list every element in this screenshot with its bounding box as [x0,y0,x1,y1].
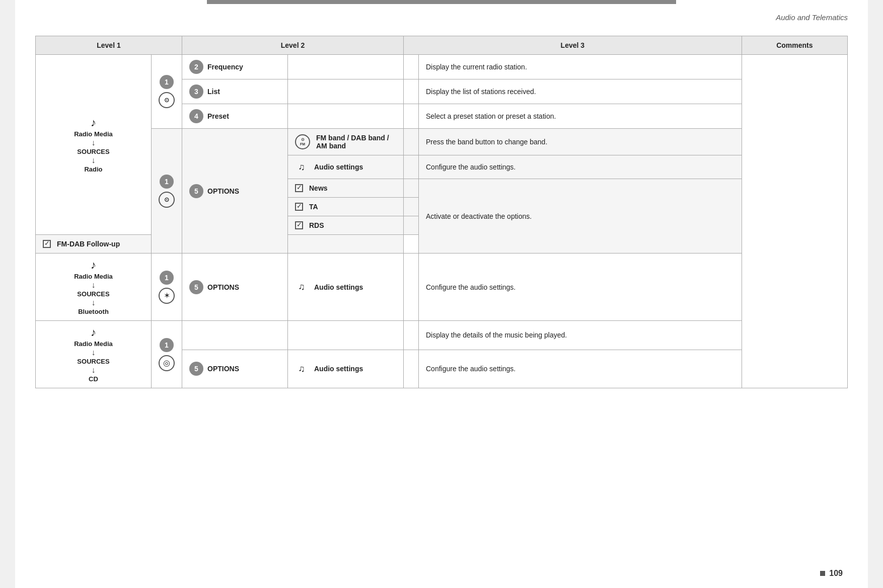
ta-label: TA [309,203,318,211]
col-header-level1: Level 1 [36,36,182,55]
badge-1: 1 [160,75,174,89]
badge-col-options-radio: 1 ⊙ [152,129,182,254]
badge-1-cd: 1 [160,338,174,352]
level3-audio-radio: ♫ Audio settings [288,155,404,179]
arrow-down-bt2: ↓ [92,299,96,307]
comment-list: Display the list of stations received. [419,79,742,104]
options-label: OPTIONS [207,187,239,195]
audio-icon-radio: ♫ [295,160,308,174]
level2-options-cd: 5 OPTIONS [182,350,288,388]
badge-col-cd: 1 ◎ [152,321,182,388]
table-row: ♪ Radio Media ↓ SOURCES ↓ Radio 1 ⊙ [36,55,848,79]
sources-label: SOURCES [77,148,109,155]
fm-icon: ⊙FM [295,134,310,149]
music-note-icon: ♪ [91,116,96,129]
level2-empty-cd [182,321,288,350]
rds-icon-col [404,216,419,235]
radio-circle-icon-2: ⊙ [159,192,175,208]
level1-bluetooth: ♪ Radio Media ↓ SOURCES ↓ Bluetooth [36,254,152,321]
badge-3: 3 [189,85,203,99]
badge-1b: 1 [160,175,174,189]
list-label: List [207,88,220,96]
radio-label: Radio [84,165,102,173]
page-number: 109 [829,569,843,578]
music-note-icon-cd: ♪ [91,326,96,339]
level3-audio-bt: ♫ Audio settings [288,254,404,321]
comment-fmband: Press the band button to change band. [419,129,742,155]
top-bar [207,0,676,4]
sources-label-cd: SOURCES [77,358,109,365]
audio-settings-label-bt: Audio settings [314,283,363,291]
level2-preset: 4 Preset [182,104,288,129]
level3-icon-empty-cd [404,321,419,350]
level3-news: News [288,179,404,198]
cd-icon: ◎ [159,355,175,371]
level3-empty-cd [288,321,404,350]
badge-2: 2 [189,60,203,74]
sources-label-bt: SOURCES [77,290,109,298]
content-area: Level 1 Level 2 Level 3 Comments ♪ Radio… [15,26,868,408]
table-row: ♪ Radio Media ↓ SOURCES ↓ Bluetooth 1 ✶ [36,254,848,321]
level3-fmband: ⊙FM FM band / DAB band / AM band [288,129,404,155]
audio-icon-col-cd [404,350,419,388]
audio-settings-label-radio: Audio settings [314,163,363,171]
bluetooth-label: Bluetooth [78,308,109,315]
radio-media-label: Radio Media [74,130,113,138]
comment-frequency: Display the current radio station. [419,55,742,79]
news-label: News [309,184,328,192]
level3-ta: TA [288,198,404,216]
radio-circle-icon: ⊙ [159,92,175,108]
checkbox-rds [295,221,303,229]
checkbox-ta [295,203,303,211]
level1-cd: ♪ Radio Media ↓ SOURCES ↓ CD [36,321,152,388]
audio-settings-label-cd: Audio settings [314,365,363,373]
badge-col-bt: 1 ✶ [152,254,182,321]
nav-sequence-radio: ♪ Radio Media ↓ SOURCES ↓ Radio [43,116,144,173]
news-icon-col [404,179,419,198]
comment-activate: Activate or deactivate the options. [419,179,742,254]
arrow-down-2: ↓ [92,156,96,164]
col-header-level3: Level 3 [404,36,742,55]
col-header-comments: Comments [742,36,847,55]
comment-preset: Select a preset station or preset a stat… [419,104,742,129]
fmband-icon-col [404,129,419,155]
page-square-icon [820,571,825,576]
table-row: 1 ⊙ 5 OPTIONS ⊙FM FM band / DAB ba [36,129,848,155]
bluetooth-icon: ✶ [159,288,175,304]
checkbox-news [295,184,303,192]
level2-list: 3 List [182,79,288,104]
page-footer: 109 [820,569,843,578]
level3-icon-empty-list [404,79,419,104]
level2-options-bt: 5 OPTIONS [182,254,288,321]
badge-col-1: 1 ⊙ [152,55,182,129]
nav-sequence-bluetooth: ♪ Radio Media ↓ SOURCES ↓ Bluetooth [43,259,144,315]
level1-radio: ♪ Radio Media ↓ SOURCES ↓ Radio [36,55,152,235]
level3-icon-empty-preset [404,104,419,129]
arrow-down-1: ↓ [92,139,96,147]
rds-label: RDS [309,221,324,229]
arrow-down-cd1: ↓ [92,349,96,357]
level3-audio-cd: ♫ Audio settings [288,350,404,388]
arrow-down-cd2: ↓ [92,366,96,374]
nav-sequence-cd: ♪ Radio Media ↓ SOURCES ↓ CD [43,326,144,383]
comment-audio-radio: Configure the audio settings. [419,155,742,179]
ta-icon-col [404,198,419,216]
preset-label: Preset [207,112,229,120]
fmdab-icon-col [288,235,404,254]
comment-audio-bt: Configure the audio settings. [419,254,742,321]
fmband-label: FM band / DAB band / AM band [316,134,396,150]
col-header-level2: Level 2 [182,36,404,55]
cd-label: CD [89,375,98,383]
arrow-down-bt1: ↓ [92,281,96,289]
options-label-cd: OPTIONS [207,365,239,373]
radio-media-label-cd: Radio Media [74,340,113,348]
comment-audio-cd: Configure the audio settings. [419,350,742,388]
page-header-title: Audio and Telematics [15,4,868,26]
frequency-label: Frequency [207,63,243,71]
table-row: ♪ Radio Media ↓ SOURCES ↓ CD 1 ◎ [36,321,848,350]
level3-empty-preset [288,104,404,129]
level3-empty-list [288,79,404,104]
audio-icon-col-bt [404,254,419,321]
audio-icon-col-radio [404,155,419,179]
badge-5-bt: 5 [189,280,203,294]
